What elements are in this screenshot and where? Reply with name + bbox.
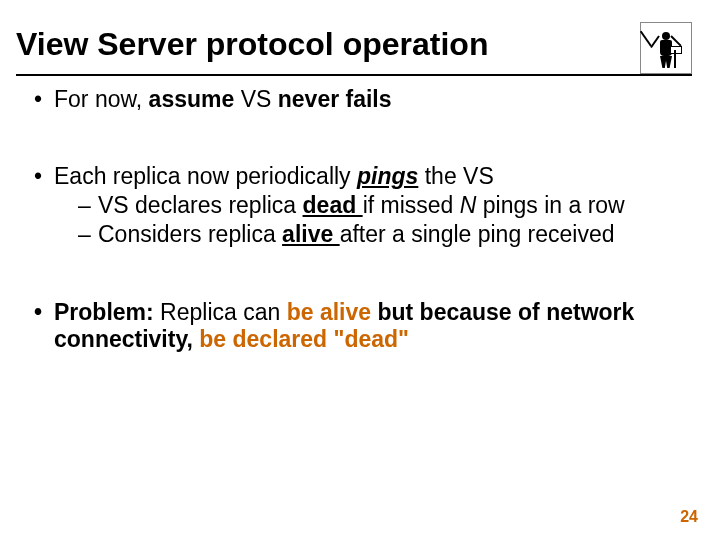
sub-list: VS declares replica dead if missed N pin… [54,192,692,248]
text: For now, [54,86,149,112]
page-number: 24 [680,508,698,526]
text: pings in a row [476,192,624,218]
text: after a single ping received [340,221,615,247]
text-bold: alive [282,221,340,247]
bullet-3: Problem: Replica can be alive but becaus… [34,299,692,353]
text: Considers replica [98,221,282,247]
text-bold: dead [303,192,363,218]
bullet-1: For now, assume VS never fails [34,86,692,113]
text-accent: be alive [287,299,371,325]
text: Replica can [154,299,287,325]
bullet-2a: VS declares replica dead if missed N pin… [78,192,692,219]
text: VS [234,86,277,112]
text-bold: Problem: [54,299,154,325]
bullet-2b: Considers replica alive after a single p… [78,221,692,248]
text-emph: pings [357,163,418,189]
text: if missed [363,192,460,218]
text: Each replica now periodically [54,163,357,189]
slide: View Server protocol operation For now, … [0,0,720,540]
text: VS declares replica [98,192,303,218]
conductor-icon [640,22,692,74]
slide-title: View Server protocol operation [16,26,488,63]
text-bold: assume [149,86,235,112]
bullet-2: Each replica now periodically pings the … [34,163,692,248]
title-row: View Server protocol operation [16,26,692,74]
text-italic: N [460,192,477,218]
text-accent: be declared "dead" [199,326,409,352]
bullet-list: For now, assume VS never fails Each repl… [16,86,692,353]
text-bold: never fails [278,86,392,112]
title-underline [16,74,692,76]
text: the VS [418,163,493,189]
